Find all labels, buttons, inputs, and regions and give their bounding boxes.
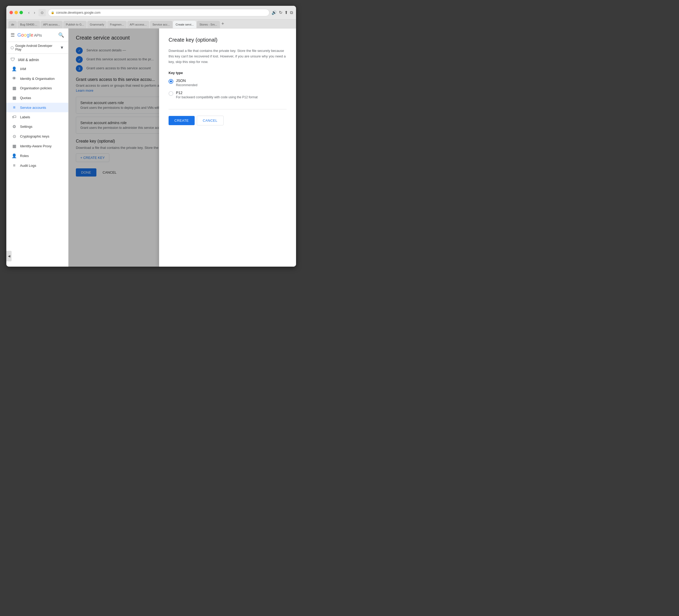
project-dropdown-icon[interactable]: ▼ [60, 45, 64, 50]
sidebar-item-quotas[interactable]: ▦Quotas [6, 93, 68, 103]
hamburger-menu[interactable]: ☰ [10, 32, 15, 38]
url-text: console.developers.google.com [56, 11, 101, 14]
reload-icon[interactable]: ↻ [279, 10, 282, 15]
org-policies-icon: ▦ [11, 86, 17, 91]
lock-icon: 🔒 [51, 11, 55, 14]
sidebar-item-service-accounts[interactable]: ≡Service accounts [6, 103, 68, 112]
radio-sublabel-json: Recommended [176, 83, 197, 87]
radio-option-p12[interactable]: P12 For backward compatibility with code… [168, 91, 287, 99]
radio-btn-json[interactable] [168, 79, 173, 84]
close-traffic-light[interactable] [9, 11, 13, 14]
sidebar-item-crypto-keys[interactable]: ⊙Cryptographic keys [6, 131, 68, 141]
create-key-submit-button[interactable]: CREATE [168, 116, 195, 125]
search-icon[interactable]: 🔍 [58, 32, 64, 38]
sidebar-item-settings[interactable]: ⚙Settings [6, 122, 68, 131]
sidebar-item-org-policies[interactable]: ▦Organisation policies [6, 83, 68, 93]
browser-tab[interactable]: Create servi... [173, 21, 196, 28]
roles-icon: 👤 [11, 153, 17, 158]
nav-label: Identity & Organisation [20, 77, 55, 81]
sidebar-section: 🛡 IAM & admin [6, 54, 68, 64]
sidebar-item-audit-logs[interactable]: ≡Audit Logs [6, 161, 68, 170]
new-window-icon[interactable]: ⧉ [290, 10, 293, 15]
browser-tab[interactable]: Grammarly [87, 21, 107, 28]
create-sa-panel: Create service account ✓Service account … [68, 28, 296, 267]
collapse-sidebar-button[interactable]: ◀ [6, 251, 11, 261]
browser-tab[interactable]: API access... [40, 21, 63, 28]
service-accounts-icon: ≡ [11, 105, 17, 110]
radio-sublabel-p12: For backward compatibility with code usi… [176, 95, 258, 99]
forward-button[interactable]: › [33, 10, 36, 16]
dialog-panel: Create key (optional) Download a file th… [159, 28, 296, 267]
dialog-actions: CREATE CANCEL [168, 116, 287, 125]
nav-label: Labels [20, 115, 30, 119]
nav-label: Roles [20, 154, 29, 158]
browser-tab[interactable]: Stores - Sm... [197, 21, 220, 28]
browser-tab[interactable]: de [8, 21, 17, 28]
browser-tab[interactable]: Bug 59400:... [18, 21, 40, 28]
page-icon: ⊙ [38, 9, 46, 16]
browser-tab[interactable]: Service acc... [150, 21, 172, 28]
apis-label: APIs [34, 33, 42, 37]
google-logo: Google APIs [18, 32, 42, 38]
sidebar: ☰ Google APIs 🔍 ⬡ Google Android Develop… [6, 28, 68, 267]
project-bar[interactable]: ⬡ Google Android Developer Play ▼ [6, 42, 68, 54]
dialog-title: Create key (optional) [168, 37, 287, 43]
sidebar-header: ☰ Google APIs 🔍 [6, 28, 68, 42]
identity-proxy-icon: ▦ [11, 144, 17, 149]
sound-icon[interactable]: 🔊 [271, 10, 277, 15]
browser-tab[interactable]: Publish to G... [63, 21, 87, 28]
settings-icon: ⚙ [11, 124, 17, 129]
sidebar-item-identity-proxy[interactable]: ▦Identity-Aware Proxy [6, 141, 68, 151]
quotas-icon: ▦ [11, 95, 17, 100]
nav-label: Settings [20, 125, 32, 129]
sidebar-item-iam[interactable]: 👤IAM [6, 64, 68, 74]
nav-items-container: 👤IAM👁Identity & Organisation▦Organisatio… [6, 64, 68, 170]
crypto-keys-icon: ⊙ [11, 134, 17, 139]
labels-icon: 🏷 [11, 115, 17, 119]
iam-icon: 👤 [11, 66, 17, 71]
identity-org-icon: 👁 [11, 76, 17, 81]
iam-admin-label: IAM & admin [18, 58, 39, 62]
main-content: Create service account ✓Service account … [68, 28, 296, 267]
radio-btn-p12[interactable] [168, 91, 173, 96]
radio-option-json[interactable]: JSON Recommended [168, 79, 287, 87]
nav-label: Cryptographic keys [20, 134, 49, 138]
cancel-dialog-button[interactable]: CANCEL [197, 116, 224, 125]
new-tab-button[interactable]: + [221, 21, 225, 27]
maximize-traffic-light[interactable] [20, 11, 23, 14]
dialog-desc: Download a file that contains the privat… [168, 48, 287, 65]
address-bar[interactable]: 🔒 console.developers.google.com [48, 9, 269, 16]
sidebar-item-labels[interactable]: 🏷Labels [6, 112, 68, 122]
share-icon[interactable]: ⬆ [285, 10, 288, 15]
radio-label-json: JSON [176, 79, 197, 83]
audit-logs-icon: ≡ [11, 163, 17, 168]
radio-label-p12: P12 [176, 91, 258, 95]
nav-label: Service accounts [20, 106, 46, 110]
tabs-bar: deBug 59400:...API access...Publish to G… [6, 20, 296, 28]
browser-tab[interactable]: API access... [127, 21, 149, 28]
project-name: Google Android Developer Play [15, 44, 58, 51]
sidebar-item-identity-org[interactable]: 👁Identity & Organisation [6, 74, 68, 83]
toolbar-right: 🔊 ↻ ⬆ ⧉ [271, 10, 293, 15]
back-button[interactable]: ‹ [27, 10, 31, 16]
minimize-traffic-light[interactable] [14, 11, 18, 14]
nav-label: IAM [20, 67, 26, 71]
nav-label: Identity-Aware Proxy [20, 144, 52, 148]
nav-label: Organisation policies [20, 86, 52, 90]
app-layout: ☰ Google APIs 🔍 ⬡ Google Android Develop… [6, 28, 296, 267]
radio-options: JSON Recommended P12 For backward compat… [168, 79, 287, 103]
nav-label: Quotas [20, 96, 31, 100]
shield-icon: 🛡 [10, 57, 15, 62]
title-bar: ‹ › ⊙ 🔒 console.developers.google.com 🔊 … [6, 6, 296, 20]
sidebar-item-roles[interactable]: 👤Roles [6, 151, 68, 161]
nav-label: Audit Logs [20, 164, 36, 167]
key-type-label: Key type [168, 71, 287, 75]
traffic-lights [9, 11, 23, 14]
browser-tab[interactable]: Fragmen... [107, 21, 126, 28]
project-icon: ⬡ [10, 45, 14, 50]
